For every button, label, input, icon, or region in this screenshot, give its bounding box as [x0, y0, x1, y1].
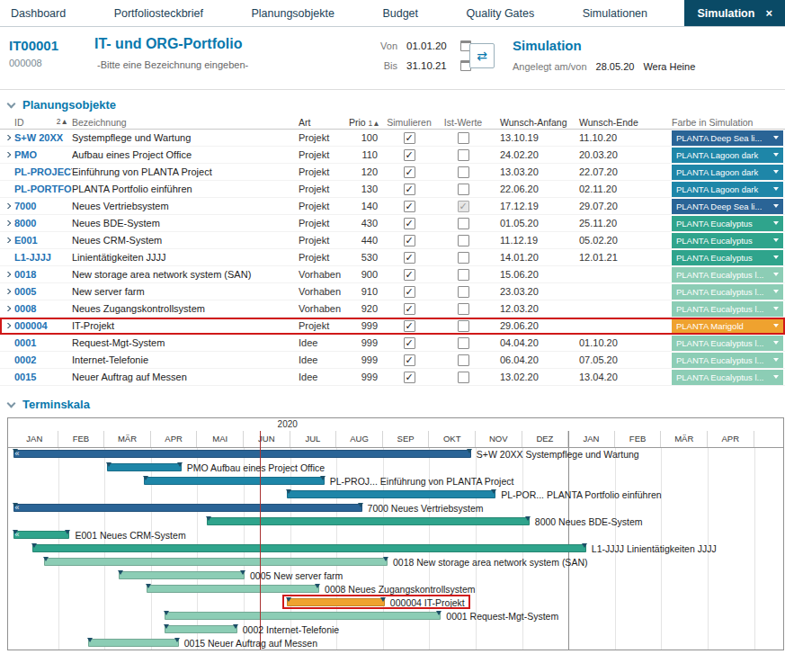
gantt-bar[interactable] [44, 558, 388, 566]
row-id-link[interactable]: S+W 20XX [14, 132, 63, 143]
gantt-bar[interactable] [119, 571, 245, 579]
collapse-chevron-icon[interactable] [7, 399, 16, 408]
table-row[interactable]: S+W 20XXSystempflege und WartungProjekt1… [0, 130, 785, 147]
color-dropdown[interactable]: PLANTA Eucalyptus l... [672, 370, 783, 385]
col-header-wunsch-anfang[interactable]: Wunsch-Anfang [489, 117, 568, 128]
expand-icon[interactable] [4, 135, 11, 140]
gantt-bar[interactable] [107, 463, 182, 471]
tab-planungsobjekte[interactable]: Planungsobjekte [240, 0, 344, 26]
row-id-link[interactable]: 0008 [14, 303, 36, 314]
tab-quality-gates[interactable]: Quality Gates [456, 0, 546, 26]
simulieren-checkbox[interactable] [404, 218, 415, 229]
simulieren-checkbox[interactable] [404, 337, 415, 349]
ist-werte-checkbox[interactable] [458, 286, 469, 298]
simulieren-checkbox[interactable] [404, 166, 415, 178]
gantt-bar[interactable] [165, 625, 236, 633]
row-id-link[interactable]: 8000 [14, 218, 36, 228]
ist-werte-checkbox[interactable] [458, 149, 469, 161]
ist-werte-checkbox[interactable] [458, 354, 469, 366]
bis-date-field[interactable]: 31.10.21 [406, 60, 451, 71]
gantt-bar[interactable] [32, 544, 586, 552]
close-tab-icon[interactable]: × [765, 6, 772, 20]
col-header-bezeichnung[interactable]: Bezeichnung [72, 117, 299, 128]
table-row[interactable]: 0018New storage area network system (SAN… [0, 266, 785, 283]
terminskala-section-header[interactable]: Terminskala [0, 386, 785, 416]
color-dropdown[interactable]: PLANTA Eucalyptus l... [672, 267, 783, 282]
ist-werte-checkbox[interactable] [458, 218, 469, 229]
gantt-bar[interactable] [88, 639, 179, 647]
ist-werte-checkbox[interactable] [458, 132, 469, 144]
color-dropdown[interactable]: PLANTA Lagoon dark [672, 182, 783, 197]
col-header-simulieren[interactable]: Simulieren [381, 117, 437, 128]
tab-simulationen[interactable]: Simulationen [572, 0, 658, 26]
color-dropdown[interactable]: PLANTA Lagoon dark [672, 148, 783, 163]
color-dropdown[interactable]: PLANTA Marigold [672, 318, 783, 334]
row-id-link[interactable]: 0018 [14, 269, 36, 280]
simulieren-checkbox[interactable] [404, 252, 415, 264]
table-row[interactable]: PMOAufbau eines Project OfficeProjekt110… [0, 147, 785, 164]
expand-icon[interactable] [4, 289, 11, 294]
table-row[interactable]: E001Neues CRM-SystemProjekt44011.12.1905… [0, 232, 785, 249]
simulieren-checkbox[interactable] [404, 184, 415, 195]
row-id-link[interactable]: PMO [14, 149, 37, 160]
table-row[interactable]: 0002Internet-TelefonieIdee99906.04.2007.… [0, 352, 785, 369]
col-header-id[interactable]: ID2▲ [14, 117, 72, 128]
table-row[interactable]: PL-PORTFO...PLANTA Portfolio einführenPr… [0, 181, 785, 198]
ist-werte-checkbox[interactable] [458, 269, 469, 281]
row-id-link[interactable]: E001 [14, 235, 38, 246]
gantt-bar[interactable] [287, 490, 495, 498]
color-dropdown[interactable]: PLANTA Eucalyptus [672, 250, 783, 265]
refresh-icon[interactable]: ⇄ [469, 43, 495, 68]
simulieren-checkbox[interactable] [404, 201, 415, 212]
row-id-link[interactable]: 0001 [14, 337, 36, 348]
ist-werte-checkbox[interactable] [458, 252, 469, 264]
row-id-link[interactable]: PL-PROJECT [14, 166, 72, 177]
table-row[interactable]: 000004IT-ProjektProjekt99929.06.20PLANTA… [0, 318, 785, 335]
color-dropdown[interactable]: PLANTA Eucalyptus l... [672, 336, 783, 351]
simulieren-checkbox[interactable] [404, 269, 415, 281]
col-header-art[interactable]: Art [299, 117, 349, 128]
table-row[interactable]: 0001Request-Mgt-SystemIdee99904.04.2001.… [0, 335, 785, 352]
table-row[interactable]: 7000Neues VertriebsystemProjekt14017.12.… [0, 198, 785, 215]
simulieren-checkbox[interactable] [404, 149, 415, 161]
gantt-bar[interactable] [144, 477, 325, 485]
ist-werte-checkbox[interactable] [458, 337, 469, 349]
collapse-chevron-icon[interactable] [7, 99, 16, 108]
color-dropdown[interactable]: PLANTA Eucalyptus [672, 233, 783, 248]
row-id-link[interactable]: L1-JJJJ [14, 252, 51, 263]
ist-werte-checkbox[interactable] [458, 184, 469, 195]
col-header-wunsch-ende[interactable]: Wunsch-Ende [568, 117, 649, 128]
color-dropdown[interactable]: PLANTA Deep Sea li... [672, 130, 783, 146]
col-header-ist-werte[interactable]: Ist-Werte [437, 117, 489, 128]
color-dropdown[interactable]: PLANTA Eucalyptus l... [672, 301, 783, 317]
ist-werte-checkbox[interactable] [458, 201, 469, 212]
row-id-link[interactable]: PL-PORTFO... [14, 184, 72, 194]
simulieren-checkbox[interactable] [404, 235, 415, 246]
von-date-field[interactable]: 01.01.20 [406, 40, 451, 51]
gantt-bar[interactable]: « [13, 531, 70, 539]
gantt-bar[interactable] [165, 612, 441, 620]
expand-icon[interactable] [4, 237, 11, 243]
portfolio-subtitle[interactable]: -Bitte eine Bezeichnung eingeben- [97, 59, 248, 70]
row-id-link[interactable]: 0015 [14, 372, 36, 382]
row-id-link[interactable]: 7000 [14, 201, 36, 211]
tab-dashboard[interactable]: Dashboard [0, 0, 76, 26]
gantt-bar[interactable]: « [13, 504, 362, 512]
col-header-farbe[interactable]: Farbe in Simulation [672, 117, 785, 128]
simulieren-checkbox[interactable] [404, 303, 415, 315]
tab-simulation-active[interactable]: Simulation× [684, 0, 785, 26]
row-id-link[interactable]: 000004 [14, 320, 48, 331]
row-id-link[interactable]: 0002 [14, 354, 36, 365]
ist-werte-checkbox[interactable] [458, 320, 469, 332]
expand-icon[interactable] [4, 203, 11, 209]
color-dropdown[interactable]: PLANTA Deep Sea li... [672, 199, 783, 214]
tab-budget[interactable]: Budget [371, 0, 429, 26]
color-dropdown[interactable]: PLANTA Lagoon dark [672, 165, 783, 180]
color-dropdown[interactable]: PLANTA Eucalyptus [672, 216, 783, 231]
simulieren-checkbox[interactable] [404, 354, 415, 366]
simulieren-checkbox[interactable] [404, 286, 415, 298]
table-row[interactable]: 0008Neues ZugangskontrollsystemVorhaben9… [0, 300, 785, 318]
row-id-link[interactable]: 0005 [14, 286, 36, 297]
table-row[interactable]: 8000Neues BDE-SystemProjekt43001.05.2025… [0, 215, 785, 232]
expand-icon[interactable] [4, 272, 11, 277]
